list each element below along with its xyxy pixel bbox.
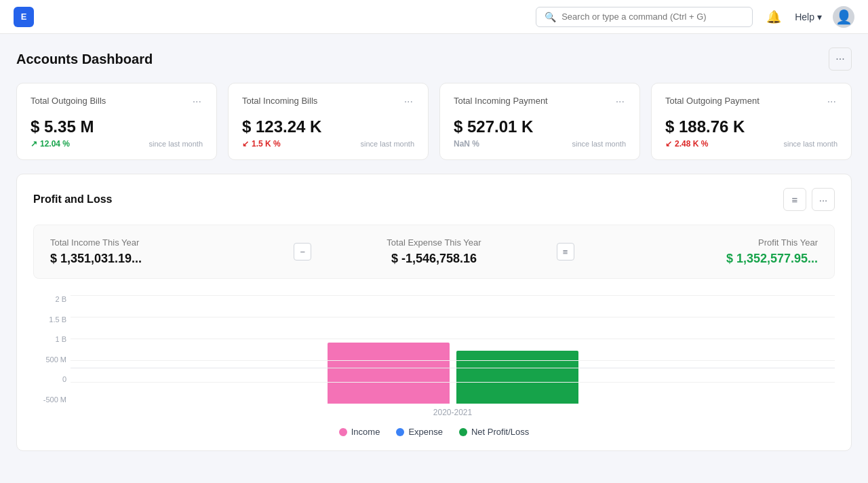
arrow-down-icon [665, 139, 672, 149]
page-header: Accounts Dashboard ··· [16, 47, 852, 71]
kpi-footer: 2.48 K % since last month [665, 139, 837, 149]
kpi-card-header: Total Incoming Payment ··· [454, 96, 626, 108]
zero-line [71, 368, 835, 368]
help-button[interactable]: Help ▾ [795, 12, 822, 22]
total-expense-label: Total Expense This Year [387, 237, 481, 248]
expense-divider: ≡ [555, 243, 576, 260]
kpi-cards-row: Total Outgoing Bills ··· $ 5.35 M 12.04 … [16, 83, 852, 160]
topnav-right: 🔍 🔔 Help ▾ 👤 [536, 6, 854, 28]
summary-row: Total Income This Year $ 1,351,031.19...… [33, 225, 835, 279]
kpi-card-incoming-payment: Total Incoming Payment ··· $ 527.01 K Na… [439, 83, 640, 160]
kpi-card-header: Total Incoming Bills ··· [242, 96, 414, 108]
kpi-card-header: Total Outgoing Payment ··· [665, 96, 837, 108]
kpi-label: Total Outgoing Payment [665, 96, 760, 106]
avatar[interactable]: 👤 [833, 6, 854, 28]
kpi-footer: 1.5 K % since last month [242, 139, 414, 149]
kpi-footer: 12.04 % since last month [31, 139, 203, 149]
page-title: Accounts Dashboard [16, 52, 153, 67]
income-divider: − [292, 243, 313, 260]
kpi-card-header: Total Outgoing Bills ··· [31, 96, 203, 108]
kpi-change: 2.48 K % [665, 139, 708, 149]
y-label-2b: 2 B [33, 295, 71, 303]
kpi-since: since last month [361, 140, 414, 148]
legend-profit: Net Profit/Loss [459, 427, 529, 437]
search-icon: 🔍 [545, 12, 556, 22]
pl-actions: ≡ ··· [783, 188, 835, 211]
kpi-since: since last month [572, 140, 626, 148]
arrow-down-icon [242, 139, 249, 149]
profit-loss-card: Profit and Loss ≡ ··· Total Income This … [16, 174, 852, 451]
page-more-button[interactable]: ··· [829, 47, 852, 71]
kpi-label: Total Outgoing Bills [31, 96, 106, 106]
kpi-card-outgoing-payment: Total Outgoing Payment ··· $ 188.76 K 2.… [651, 83, 852, 160]
total-income-value: $ 1,351,031.19... [50, 252, 292, 266]
total-expense-value: $ -1,546,758.16 [391, 252, 477, 266]
total-expense-item: Total Expense This Year $ -1,546,758.16 [313, 237, 555, 266]
legend-income-dot [339, 428, 347, 436]
legend-expense-dot [396, 428, 404, 436]
chart-area: 2 B 1.5 B 1 B 500 M 0 -500 M [33, 295, 835, 437]
kpi-change: 1.5 K % [242, 139, 281, 149]
profit-label: Profit This Year [758, 237, 818, 248]
legend-profit-label: Net Profit/Loss [471, 427, 529, 437]
kpi-label: Total Incoming Payment [454, 96, 548, 106]
kpi-more-button[interactable]: ··· [191, 96, 203, 108]
kpi-value: $ 188.76 K [665, 117, 837, 136]
kpi-more-button[interactable]: ··· [403, 96, 414, 108]
kpi-card-outgoing-bills: Total Outgoing Bills ··· $ 5.35 M 12.04 … [16, 83, 217, 160]
chart-legend: Income Expense Net Profit/Loss [33, 427, 835, 437]
page-content: Accounts Dashboard ··· Total Outgoing Bi… [0, 34, 868, 465]
pl-title: Profit and Loss [33, 193, 112, 206]
grid-line-4 [71, 382, 835, 383]
grid-line-3 [71, 360, 835, 361]
x-label: 2020-2021 [433, 408, 472, 417]
kpi-value: $ 123.24 K [242, 117, 414, 136]
grid-line-top [71, 295, 835, 296]
y-label-1-5b: 1.5 B [33, 315, 71, 324]
profit-value: $ 1,352,577.95... [726, 252, 818, 266]
kpi-since: since last month [784, 140, 837, 148]
search-bar: 🔍 [536, 7, 753, 27]
expense-filter-button[interactable]: ≡ [557, 243, 574, 260]
kpi-footer: NaN % since last month [454, 139, 626, 149]
profit-item: Profit This Year $ 1,352,577.95... [576, 237, 818, 266]
kpi-change: NaN % [454, 139, 479, 149]
legend-expense-label: Expense [408, 427, 443, 437]
y-label-0: 0 [33, 375, 71, 383]
legend-income: Income [339, 427, 380, 437]
pl-header: Profit and Loss ≡ ··· [33, 188, 835, 211]
arrow-up-icon [31, 139, 37, 149]
grid-line-1 [71, 317, 835, 317]
income-expand-button[interactable]: − [294, 243, 311, 260]
kpi-more-button[interactable]: ··· [614, 96, 626, 108]
search-input[interactable] [561, 12, 744, 22]
y-label-500m: 500 M [33, 355, 71, 364]
legend-expense: Expense [396, 427, 443, 437]
kpi-change: 12.04 % [31, 139, 70, 149]
chevron-down-icon: ▾ [817, 12, 822, 22]
grid-line-2 [71, 339, 835, 339]
topnav: E 🔍 🔔 Help ▾ 👤 [0, 0, 868, 34]
total-income-label: Total Income This Year [50, 237, 292, 248]
kpi-since: since last month [149, 140, 203, 148]
kpi-label: Total Incoming Bills [242, 96, 317, 106]
notification-bell-button[interactable]: 🔔 [764, 7, 784, 27]
legend-profit-dot [459, 428, 467, 436]
pl-more-button[interactable]: ··· [812, 188, 835, 211]
pl-filter-button[interactable]: ≡ [783, 188, 806, 211]
app-icon[interactable]: E [14, 7, 34, 27]
kpi-value: $ 5.35 M [31, 117, 203, 136]
legend-income-label: Income [351, 427, 380, 437]
kpi-more-button[interactable]: ··· [826, 96, 837, 108]
kpi-value: $ 527.01 K [454, 117, 626, 136]
topnav-left: E [14, 7, 34, 27]
profit-bar [456, 351, 578, 404]
y-label-neg500m: -500 M [33, 395, 71, 404]
total-income-item: Total Income This Year $ 1,351,031.19... [50, 237, 292, 266]
y-label-1b: 1 B [33, 335, 71, 343]
income-bar [328, 343, 450, 404]
kpi-card-incoming-bills: Total Incoming Bills ··· $ 123.24 K 1.5 … [228, 83, 429, 160]
